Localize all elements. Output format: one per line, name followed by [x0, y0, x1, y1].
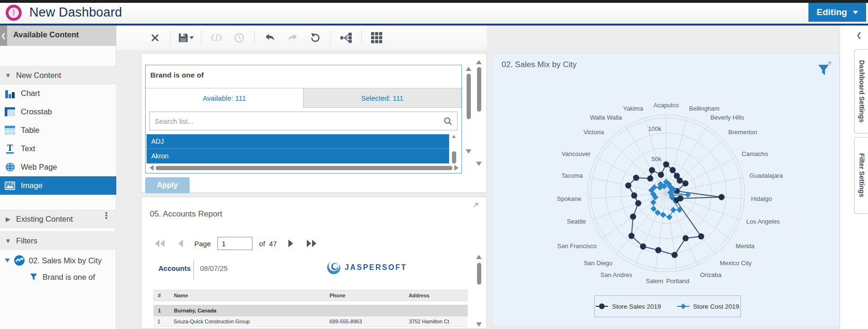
svg-text:Seattle: Seattle — [567, 218, 586, 225]
filter-value-item[interactable]: ADJ — [147, 134, 449, 149]
section-existing-content[interactable]: ▶ Existing Content ⋮ — [0, 210, 116, 228]
rail-collapse-button[interactable]: ❮ — [856, 31, 862, 39]
chart-icon — [4, 88, 16, 99]
page-number-input[interactable] — [217, 237, 252, 250]
filter-widget-title: Brand is one of — [150, 71, 204, 79]
section-new-content[interactable]: ▼ New Content — [0, 66, 116, 84]
svg-text:100k: 100k — [648, 125, 662, 132]
jaspersoft-swoosh-icon — [326, 260, 342, 276]
first-page-icon[interactable] — [153, 237, 167, 250]
panel-scrollbar[interactable] — [475, 60, 483, 173]
report-header-divider — [193, 260, 194, 279]
sidebar-header-label: Available Content — [13, 30, 79, 39]
filter-tree-datasource[interactable]: 02. Sales Mix by City — [5, 252, 102, 268]
svg-text:Orizaba: Orizaba — [700, 271, 722, 278]
legend-label: Store Cost 2019 — [693, 303, 739, 310]
sidebar-item-text[interactable]: TText — [0, 139, 116, 158]
accounts-report-panel: 05. Accounts Report Page of 47 Accounts … — [141, 197, 487, 329]
section-filters[interactable]: ▼ Filters — [0, 232, 116, 250]
undo-button[interactable] — [262, 30, 278, 46]
svg-text:Merida: Merida — [736, 242, 755, 250]
apply-button[interactable]: Apply — [145, 177, 190, 193]
table-cell: 2 — [154, 327, 170, 329]
toolbar-separator — [201, 31, 201, 45]
previous-page-icon[interactable] — [174, 237, 188, 250]
filter-value-item[interactable]: Akron — [147, 149, 449, 164]
image-icon — [4, 181, 16, 191]
tab-filter-settings[interactable]: Filter Settings — [854, 137, 868, 214]
list-scrollbar[interactable] — [450, 134, 458, 164]
page-label: Page — [194, 240, 211, 248]
search-input[interactable] — [150, 117, 443, 126]
sidebar-item-web-page[interactable]: Web Page — [0, 158, 116, 176]
editing-label: Editing — [816, 7, 847, 17]
accounts-scrollbar[interactable] — [475, 255, 483, 329]
svg-text:Camacho: Camacho — [742, 150, 768, 157]
sidebar-item-crosstab[interactable]: Crosstab — [0, 103, 116, 121]
svg-text:Bremerton: Bremerton — [729, 129, 757, 136]
next-page-icon[interactable] — [284, 237, 298, 250]
chart-legend: Store Sales 2019Store Cost 2019 — [594, 295, 741, 317]
filter-search-box — [149, 112, 458, 130]
column-header: # — [154, 290, 170, 301]
chevron-right-icon: ▶ — [0, 216, 16, 223]
column-header: Name — [170, 290, 326, 301]
tab-selected[interactable]: Selected: 111 — [304, 88, 461, 108]
legend-marker-icon — [677, 303, 689, 310]
search-icon[interactable] — [443, 117, 452, 126]
sidebar-item-label: Image — [21, 181, 43, 190]
tab-dashboard-settings[interactable]: Dashboard Settings — [854, 49, 868, 133]
filter-tree-filter[interactable]: Brand is one of — [29, 269, 95, 285]
crosstab-icon — [4, 107, 16, 117]
caret-down-icon — [5, 259, 10, 262]
svg-text:Yakima: Yakima — [623, 105, 643, 112]
close-button[interactable] — [147, 30, 163, 46]
datasource-label: 02. Sales Mix by City — [29, 256, 102, 265]
horizontal-scrollbar[interactable] — [149, 164, 459, 171]
brand-filter-widget: Brand is one of Available: 111 Selected:… — [145, 65, 462, 173]
settings-rail: ❮ Dashboard Settings Filter Settings — [840, 26, 868, 329]
page-of-total: of 47 — [259, 240, 277, 248]
chevron-down-icon — [853, 11, 858, 14]
legend-item[interactable]: Store Cost 2019 — [677, 303, 739, 310]
available-content-sidebar: ❮ Available Content ▼ New Content ChartC… — [0, 26, 116, 329]
grid-button[interactable] — [369, 30, 385, 46]
editing-mode-button[interactable]: Editing — [808, 3, 866, 22]
sidebar-item-image[interactable]: Image — [0, 176, 116, 195]
app-logo-icon — [6, 5, 22, 21]
sidebar-item-chart[interactable]: Chart — [0, 84, 116, 103]
svg-text:Mexico City: Mexico City — [720, 260, 752, 267]
share-button[interactable] — [338, 30, 354, 46]
kebab-menu-icon[interactable]: ⋮ — [102, 214, 111, 217]
widget-scrollbar[interactable] — [465, 67, 472, 158]
expand-panel-icon[interactable] — [472, 202, 479, 208]
undo-all-button[interactable] — [307, 30, 323, 46]
last-page-icon[interactable] — [304, 237, 319, 250]
section-label: New Content — [16, 71, 61, 80]
group-number: 1 — [154, 305, 170, 316]
toolbar-separator — [330, 31, 331, 45]
sidebar-header: ❮ Available Content — [0, 26, 116, 46]
save-button[interactable] — [178, 30, 194, 46]
table-cell: 1 — [154, 316, 170, 327]
new-content-items: ChartCrosstabTableTTextWeb PageImage — [0, 84, 116, 195]
group-label: Burnaby, Canada — [170, 305, 467, 316]
dashboard-toolbar — [116, 26, 487, 50]
sidebar-item-label: Crosstab — [21, 107, 52, 116]
svg-text:Walla Walla: Walla Walla — [590, 114, 622, 121]
legend-item[interactable]: Store Sales 2019 — [596, 303, 661, 310]
filter-label: Brand is one of — [43, 273, 95, 282]
sidebar-item-table[interactable]: Table — [0, 121, 116, 139]
svg-text:Portland: Portland — [666, 277, 689, 285]
table-cell: 3752 Hamilton Ct — [405, 316, 468, 327]
report-date: 08/07/25 — [200, 264, 227, 272]
tab-available[interactable]: Available: 111 — [146, 88, 304, 108]
chevron-down-icon: ▼ — [0, 237, 16, 244]
section-label: Filters — [16, 236, 37, 245]
column-header: Phone — [326, 290, 405, 301]
sidebar-collapse-button[interactable]: ❮ — [0, 26, 7, 46]
svg-text:Salem: Salem — [646, 277, 663, 285]
sidebar-item-label: Table — [21, 126, 39, 135]
sales-mix-chart-panel: 02. Sales Mix by City AcapulcoBellingham… — [492, 53, 840, 327]
table-header-row: #NamePhoneAddress — [154, 290, 468, 301]
